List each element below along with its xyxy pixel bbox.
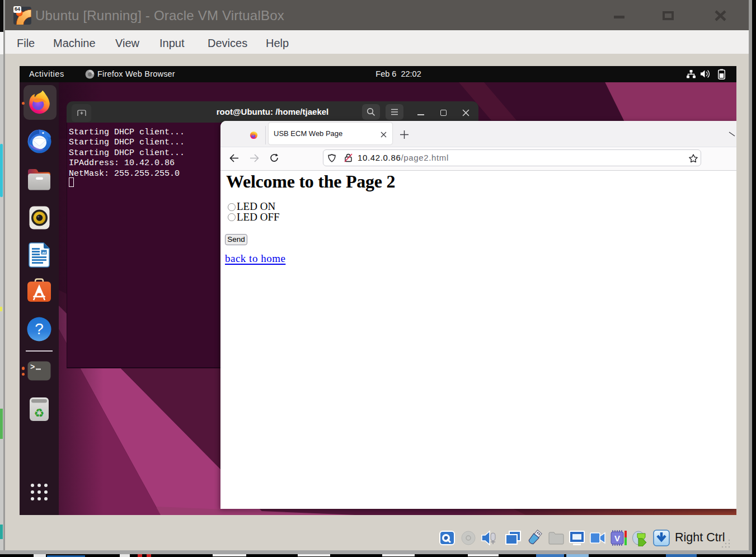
svg-text:V: V [614,533,620,543]
svg-text:?: ? [35,320,44,338]
svg-text:♻: ♻ [34,406,45,419]
svg-text:>: > [30,363,35,372]
